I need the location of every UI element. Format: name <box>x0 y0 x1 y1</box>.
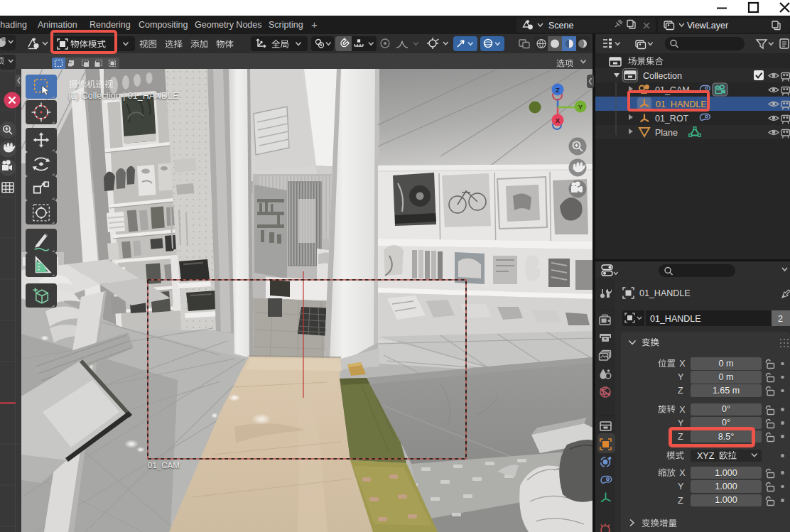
svg-text:Z: Z <box>556 86 560 94</box>
svg-text:Y: Y <box>578 103 583 111</box>
svg-text:X: X <box>556 116 561 124</box>
